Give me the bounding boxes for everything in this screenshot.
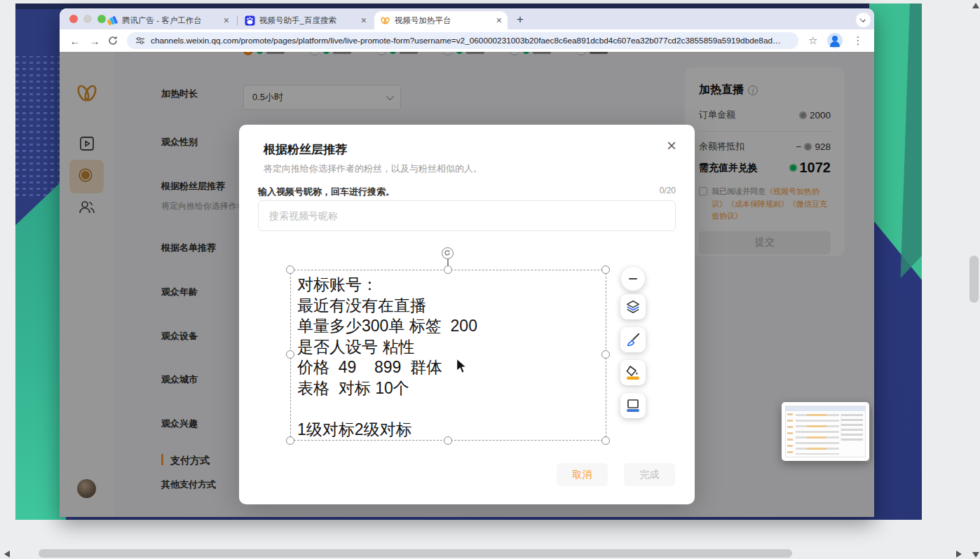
back-icon[interactable]: ←	[65, 35, 85, 47]
tab-tencent-ads[interactable]: 腾讯广告 - 客户工作台 ×	[102, 11, 235, 29]
minimize-window-icon[interactable]	[83, 15, 92, 23]
tencent-ads-favicon-icon	[107, 15, 118, 26]
wallpaper-teal-left	[15, 177, 66, 520]
horizontal-scrollbar-thumb[interactable]	[39, 549, 792, 558]
tab-title: 腾讯广告 - 客户工作台	[122, 15, 219, 26]
menu-kebab-icon[interactable]: ⋮	[852, 34, 863, 47]
forward-icon[interactable]: →	[85, 35, 104, 47]
address-bar[interactable]: channels.weixin.qq.com/promote/pages/pla…	[127, 32, 798, 49]
tab-close-icon[interactable]: ×	[361, 15, 367, 25]
resize-handle-se[interactable]	[601, 436, 610, 445]
tab-search-icon[interactable]	[856, 13, 871, 27]
profile-icon[interactable]	[827, 33, 843, 48]
char-counter: 0/20	[660, 186, 676, 195]
close-window-icon[interactable]	[69, 15, 78, 23]
scroll-down-icon[interactable]	[972, 552, 979, 558]
thumbnail-content	[785, 406, 866, 457]
thumbnail-right-panel	[841, 414, 863, 441]
device-frame-tool-button[interactable]	[620, 393, 646, 418]
vertical-scrollbar-thumb[interactable]	[969, 256, 979, 303]
annotation-text[interactable]: 对标账号： 最近有没有在直播 单量多少300单 标签 200 是否人设号 粘性 …	[297, 275, 477, 440]
url-text: channels.weixin.qq.com/promote/pages/pla…	[151, 36, 781, 46]
thumbnail-sidebar	[787, 413, 793, 455]
close-icon[interactable]: ×	[667, 137, 676, 154]
fill-tool-button[interactable]	[620, 360, 646, 385]
done-button[interactable]: 完成	[624, 463, 675, 486]
scroll-left-icon[interactable]	[4, 551, 10, 558]
scroll-right-icon[interactable]	[956, 551, 962, 558]
browser-window: 腾讯广告 - 客户工作台 × 视频号助手_百度搜索 × 视频号加热平台 × + …	[60, 8, 874, 517]
thumbnail-header	[786, 406, 865, 411]
screenshot-preview-thumbnail[interactable]	[782, 402, 869, 461]
layers-icon	[625, 299, 641, 315]
mouse-cursor-icon	[454, 359, 468, 374]
rotate-handle-icon[interactable]	[442, 247, 454, 259]
tab-title: 视频号助手_百度搜索	[259, 15, 357, 26]
resize-handle-e[interactable]	[601, 350, 610, 359]
tab-separator	[237, 15, 238, 25]
thumbnail-rows-accent	[807, 414, 826, 455]
cancel-button[interactable]: 取消	[557, 463, 608, 486]
resize-handle-w[interactable]	[286, 350, 294, 359]
resize-handle-nw[interactable]	[286, 265, 294, 274]
bookmark-star-icon[interactable]: ☆	[808, 34, 817, 47]
tab-close-icon[interactable]: ×	[496, 15, 502, 25]
minus-icon	[628, 274, 638, 284]
resize-handle-n[interactable]	[444, 265, 452, 274]
tab-strip: 腾讯广告 - 客户工作台 × 视频号助手_百度搜索 × 视频号加热平台 × +	[60, 8, 874, 29]
browser-toolbar: ← → channels.weixin.qq.com/promote/pages…	[60, 29, 874, 52]
collapse-toolbar-button[interactable]	[621, 267, 645, 291]
tab-close-icon[interactable]: ×	[224, 15, 229, 25]
nickname-search-input[interactable]	[258, 200, 676, 231]
modal-subtitle: 将定向推给你选择作者的粉丝，以及与粉丝相似的人。	[264, 163, 482, 175]
resize-handle-sw[interactable]	[286, 436, 294, 445]
tab-title: 视频号加热平台	[395, 15, 492, 26]
brush-tool-button[interactable]	[620, 327, 646, 352]
tab-channels-platform[interactable]: 视频号加热平台 ×	[374, 11, 508, 29]
search-instruction-label: 输入视频号昵称，回车进行搜索。	[258, 186, 395, 198]
channels-favicon-icon	[380, 15, 390, 26]
wallpaper-dot-pattern	[15, 56, 64, 196]
site-info-icon[interactable]	[135, 36, 145, 46]
modal-title: 根据粉丝层推荐	[264, 142, 347, 158]
scroll-up-icon[interactable]	[972, 3, 979, 8]
baidu-favicon-icon	[245, 15, 255, 26]
laptop-icon	[625, 397, 641, 414]
brush-icon	[625, 332, 641, 347]
reload-icon[interactable]	[107, 35, 118, 46]
traffic-lights	[69, 15, 106, 23]
resize-handle-ne[interactable]	[601, 265, 610, 274]
layers-tool-button[interactable]	[620, 294, 646, 319]
fill-bucket-icon	[625, 364, 641, 381]
tab-baidu-search[interactable]: 视频号助手_百度搜索 ×	[239, 11, 372, 29]
new-tab-icon[interactable]: +	[512, 13, 528, 28]
